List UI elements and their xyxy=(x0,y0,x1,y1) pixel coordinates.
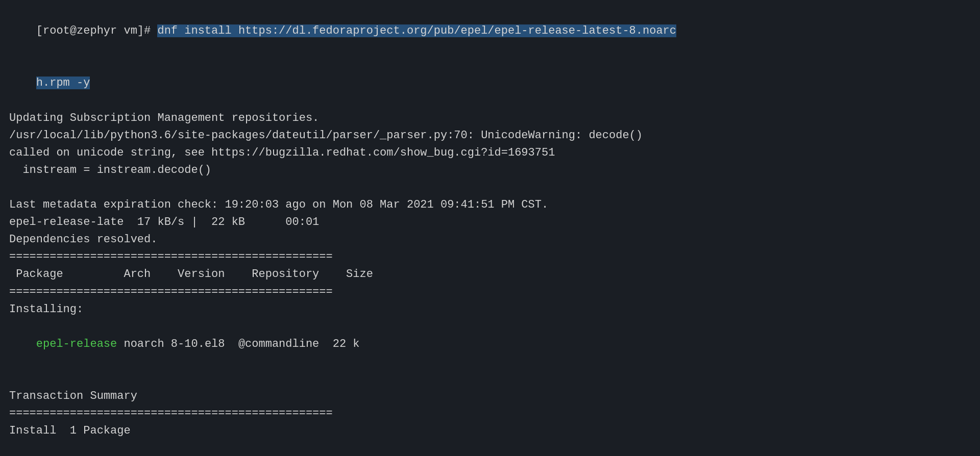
blank-line-3 xyxy=(9,440,971,456)
output-line-7: Dependencies resolved. xyxy=(9,231,971,248)
terminal[interactable]: [root@zephyr vm]# dnf install https://dl… xyxy=(0,0,980,456)
blank-line-1 xyxy=(9,179,971,196)
separator-2: ========================================… xyxy=(9,284,971,301)
command-line-2: h.rpm -y xyxy=(9,57,971,109)
package-name: epel-release xyxy=(36,338,117,350)
separator-1: ========================================… xyxy=(9,248,971,266)
package-rest: noarch 8-10.el8 @commandline 22 k xyxy=(117,338,359,350)
output-line-1: Updating Subscription Management reposit… xyxy=(9,110,971,127)
command-line-1: [root@zephyr vm]# dnf install https://dl… xyxy=(9,5,971,57)
prompt: [root@zephyr vm]# xyxy=(36,24,158,37)
output-line-12: Install 1 Package xyxy=(9,422,971,440)
output-line-6: epel-release-late 17 kB/s | 22 kB 00:01 xyxy=(9,214,971,231)
output-line-4: instream = instream.decode() xyxy=(9,162,971,179)
output-line-5: Last metadata expiration check: 19:20:03… xyxy=(9,196,971,214)
output-line-8: Package Arch Version Repository Size xyxy=(9,266,971,283)
separator-3: ========================================… xyxy=(9,405,971,422)
command-highlight-2: h.rpm -y xyxy=(36,77,90,89)
blank-line-2 xyxy=(9,370,971,388)
output-line-10: epel-release noarch 8-10.el8 @commandlin… xyxy=(9,318,971,370)
output-line-3: called on unicode string, see https://bu… xyxy=(9,144,971,162)
output-line-2: /usr/local/lib/python3.6/site-packages/d… xyxy=(9,127,971,144)
output-line-11: Transaction Summary xyxy=(9,388,971,405)
command-highlight-1: dnf install https://dl.fedoraproject.org… xyxy=(157,24,676,37)
output-line-9: Installing: xyxy=(9,301,971,318)
